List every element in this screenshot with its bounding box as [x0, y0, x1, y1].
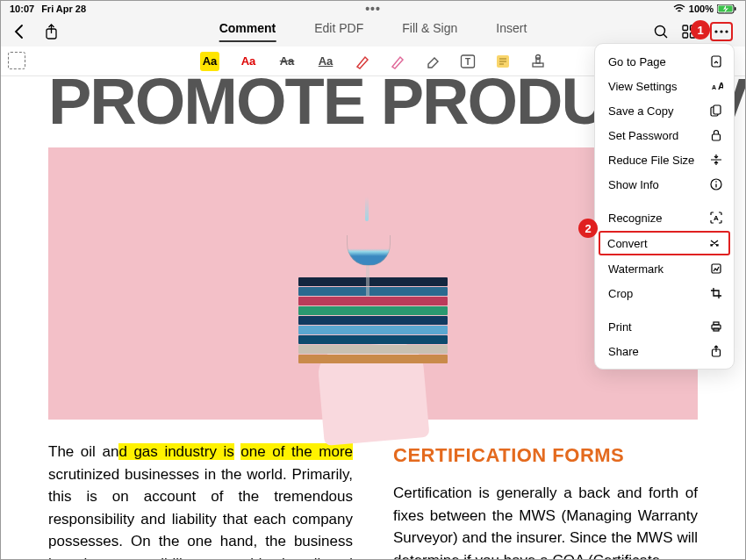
svg-text:A: A: [712, 84, 716, 90]
status-date: Fri Apr 28: [41, 4, 86, 14]
menu-set-password[interactable]: Set Password: [595, 123, 734, 147]
svg-point-4: [656, 26, 665, 36]
textbox-icon[interactable]: T: [460, 54, 476, 69]
highlighter-pink-icon[interactable]: [390, 54, 405, 69]
svg-point-25: [715, 181, 717, 183]
menu-view-settings[interactable]: View SettingsAA: [595, 74, 734, 98]
eraser-icon[interactable]: [425, 54, 441, 69]
tab-insert[interactable]: Insert: [496, 21, 527, 42]
svg-rect-5: [683, 25, 688, 31]
back-icon[interactable]: [13, 24, 25, 39]
callout-2: 2: [578, 219, 598, 238]
svg-rect-22: [714, 105, 721, 114]
svg-point-11: [725, 30, 728, 32]
left-column-text: The oil and gas industry is one of the m…: [48, 441, 353, 559]
share-icon[interactable]: [45, 24, 58, 39]
right-column: CERTIFICATION FORMS Certification is gen…: [393, 441, 698, 559]
svg-rect-27: [712, 264, 721, 273]
svg-text:A: A: [718, 81, 723, 91]
compress-icon: [709, 153, 723, 167]
copy-icon: [709, 104, 723, 118]
menu-print[interactable]: Print: [595, 314, 734, 339]
svg-rect-29: [714, 322, 719, 325]
menu-reduce-size[interactable]: Reduce File Size: [595, 147, 734, 172]
drag-handle-icon: •••: [365, 2, 381, 16]
tab-comment[interactable]: Comment: [219, 21, 276, 42]
more-menu: Go to Page View SettingsAA Save a Copy S…: [594, 43, 735, 370]
squiggly-tool[interactable]: Aa: [239, 52, 258, 71]
more-button[interactable]: [710, 22, 733, 41]
callout-1: 1: [691, 20, 710, 39]
svg-point-10: [720, 30, 722, 32]
convert-icon: [707, 236, 721, 250]
text-size-icon: AA: [709, 79, 723, 93]
svg-rect-7: [683, 33, 688, 39]
section-heading: CERTIFICATION FORMS: [393, 441, 698, 470]
print-icon: [709, 319, 723, 334]
battery-pct: 100%: [689, 4, 714, 14]
battery-icon: [717, 4, 736, 14]
top-toolbar: Comment Edit PDF Fill & Sign Insert: [1, 17, 745, 47]
menu-watermark[interactable]: Watermark: [595, 256, 734, 281]
tab-fill-sign[interactable]: Fill & Sign: [402, 21, 457, 42]
svg-rect-23: [713, 134, 721, 140]
scan-icon: A: [709, 211, 723, 225]
status-bar: 10:07 Fri Apr 28 ••• 100%: [1, 1, 745, 17]
menu-save-copy[interactable]: Save a Copy: [595, 98, 734, 123]
info-icon: [709, 177, 723, 191]
wifi-icon: [673, 4, 685, 13]
svg-point-17: [536, 54, 541, 59]
svg-point-9: [714, 30, 717, 32]
lock-icon: [709, 128, 723, 142]
highlight-tool[interactable]: Aa: [200, 52, 219, 71]
page-nav-icon: [709, 54, 723, 68]
watermark-icon: [709, 262, 723, 276]
right-column-text: Certification is generally a back and fo…: [393, 482, 698, 559]
stamp-icon[interactable]: [530, 54, 546, 69]
svg-rect-2: [735, 7, 736, 11]
mode-tabs: Comment Edit PDF Fill & Sign Insert: [219, 21, 527, 42]
highlighter-red-icon[interactable]: [355, 54, 370, 69]
menu-crop[interactable]: Crop: [595, 281, 734, 305]
svg-text:A: A: [714, 214, 719, 222]
share-small-icon: [709, 344, 723, 358]
note-icon[interactable]: [495, 54, 511, 69]
menu-share[interactable]: Share: [595, 339, 734, 363]
tab-edit-pdf[interactable]: Edit PDF: [314, 21, 363, 42]
menu-show-info[interactable]: Show Info: [595, 172, 734, 197]
crop-icon: [709, 286, 723, 300]
selection-tool-icon[interactable]: [8, 52, 25, 69]
svg-text:T: T: [465, 57, 470, 67]
menu-go-to-page[interactable]: Go to Page: [595, 49, 734, 74]
strike-tool[interactable]: Aa: [277, 52, 297, 71]
menu-recognize[interactable]: RecognizeA: [595, 205, 734, 230]
search-icon[interactable]: [654, 25, 668, 39]
underline-tool[interactable]: Aa: [316, 52, 335, 71]
menu-convert[interactable]: Convert: [599, 231, 730, 255]
status-time: 10:07: [10, 4, 34, 14]
